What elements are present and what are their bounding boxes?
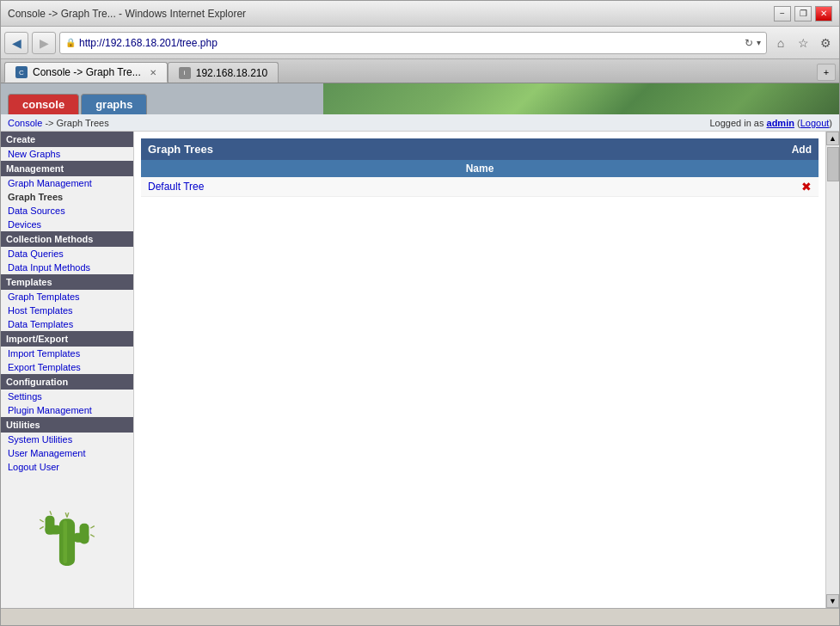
- home-icon[interactable]: ⌂: [770, 34, 791, 52]
- tab-1-label: Console -> Graph Tre...: [33, 66, 141, 78]
- sidebar-item-data-sources[interactable]: Data Sources: [1, 204, 133, 218]
- sidebar-item-plugin-management[interactable]: Plugin Management: [1, 403, 133, 417]
- sidebar-section-configuration: Configuration: [1, 374, 133, 390]
- new-tab-button[interactable]: +: [817, 64, 836, 81]
- restore-button[interactable]: ❐: [794, 6, 812, 21]
- back-arrow-icon: ◀: [12, 36, 21, 50]
- window-controls: − ❐ ✕: [774, 6, 832, 21]
- console-tab[interactable]: console: [8, 94, 79, 114]
- content-area: Graph Trees Add Name: [134, 132, 825, 608]
- sidebar-item-data-templates[interactable]: Data Templates: [1, 317, 133, 331]
- main-layout: Create New Graphs Management Graph Manag…: [1, 132, 839, 608]
- add-button[interactable]: Add: [792, 144, 812, 156]
- nav-actions: ⌂ ☆ ⚙: [770, 34, 836, 52]
- browser-window: Console -> Graph Tre... - Windows Intern…: [0, 0, 840, 626]
- tree-name-cell: Default Tree: [141, 177, 785, 197]
- table-row: Default Tree ✖: [141, 177, 819, 197]
- header-graphic: [323, 83, 839, 114]
- scroll-track: [826, 145, 839, 594]
- svg-line-8: [90, 526, 95, 529]
- title-bar-text: Console -> Graph Tre... - Windows Intern…: [8, 8, 246, 20]
- table-title-row: Graph Trees Add: [141, 138, 819, 160]
- svg-rect-2: [46, 516, 55, 535]
- back-button[interactable]: ◀: [4, 32, 28, 54]
- sidebar-section-management: Management: [1, 161, 133, 176]
- svg-line-5: [40, 519, 44, 522]
- logged-in-text: Logged in as: [709, 118, 763, 128]
- scroll-thumb[interactable]: [827, 147, 839, 181]
- security-icon: 🔒: [65, 38, 76, 47]
- graphs-tab-label: graphs: [95, 98, 132, 111]
- svg-line-11: [67, 512, 69, 517]
- breadcrumb-console-link[interactable]: Console: [8, 118, 42, 128]
- svg-line-7: [50, 511, 52, 515]
- sidebar-item-system-utilities[interactable]: System Utilities: [1, 433, 133, 446]
- right-scrollbar: ▲ ▼: [825, 132, 839, 608]
- sidebar-section-utilities: Utilities: [1, 417, 133, 433]
- delete-icon[interactable]: ✖: [801, 180, 812, 193]
- tab-2-label: 192.168.18.210: [196, 67, 267, 79]
- login-info: Logged in as admin (Logout): [709, 118, 832, 128]
- refresh-icon[interactable]: ↻: [745, 37, 753, 49]
- sidebar-item-settings[interactable]: Settings: [1, 390, 133, 403]
- sidebar-section-create: Create: [1, 132, 133, 147]
- sidebar-item-import-templates[interactable]: Import Templates: [1, 347, 133, 360]
- sidebar-section-templates: Templates: [1, 274, 133, 290]
- logout-link[interactable]: Logout: [800, 118, 830, 128]
- sidebar: Create New Graphs Management Graph Manag…: [1, 132, 134, 608]
- svg-line-6: [40, 526, 44, 529]
- close-button[interactable]: ✕: [815, 6, 832, 21]
- tab-1-close[interactable]: ✕: [150, 68, 156, 77]
- breadcrumb-bar: Console -> Graph Trees Logged in as admi…: [1, 114, 839, 132]
- table-title: Graph Trees: [141, 138, 785, 160]
- tab-1-favicon: C: [15, 66, 28, 78]
- sidebar-item-data-queries[interactable]: Data Queries: [1, 247, 133, 261]
- sidebar-section-collection-methods: Collection Methods: [1, 231, 133, 247]
- sidebar-item-graph-trees[interactable]: Graph Trees: [1, 190, 133, 204]
- tab-2[interactable]: i 192.168.18.210: [168, 62, 279, 83]
- sidebar-item-graph-templates[interactable]: Graph Templates: [1, 290, 133, 304]
- title-bar: Console -> Graph Tre... - Windows Intern…: [1, 1, 839, 27]
- sidebar-item-logout-user[interactable]: Logout User: [1, 460, 133, 474]
- sidebar-section-import-export: Import/Export: [1, 331, 133, 347]
- tab-bar: C Console -> Graph Tre... ✕ i 192.168.18…: [1, 59, 839, 83]
- scroll-down-button[interactable]: ▼: [826, 594, 839, 608]
- page-content: console graphs Console -> Graph Trees Lo…: [1, 83, 839, 608]
- sidebar-item-devices[interactable]: Devices: [1, 218, 133, 231]
- status-bar: [1, 608, 839, 625]
- nav-bar: ◀ ▶ 🔒 ↻ ▾ ⌂ ☆ ⚙: [1, 27, 839, 59]
- header-background: [323, 83, 839, 114]
- breadcrumb: Console -> Graph Trees: [8, 118, 109, 128]
- graphs-tab[interactable]: graphs: [81, 94, 147, 114]
- sidebar-item-user-management[interactable]: User Management: [1, 446, 133, 460]
- default-tree-link[interactable]: Default Tree: [148, 181, 204, 193]
- sidebar-item-host-templates[interactable]: Host Templates: [1, 304, 133, 317]
- page-wrapper: console graphs Console -> Graph Trees Lo…: [1, 83, 839, 608]
- tab-2-favicon: i: [179, 67, 191, 79]
- favorites-icon[interactable]: ☆: [793, 34, 813, 52]
- delete-cell: ✖: [785, 177, 819, 197]
- svg-line-9: [90, 535, 95, 537]
- sidebar-item-data-input-methods[interactable]: Data Input Methods: [1, 261, 133, 274]
- dropdown-icon[interactable]: ▾: [757, 38, 761, 47]
- sidebar-item-graph-management[interactable]: Graph Management: [1, 176, 133, 190]
- cactus-icon: [33, 488, 101, 574]
- forward-button[interactable]: ▶: [32, 32, 56, 54]
- tab-1[interactable]: C Console -> Graph Tre... ✕: [4, 62, 168, 83]
- scroll-up-button[interactable]: ▲: [826, 132, 839, 145]
- svg-rect-12: [63, 520, 67, 563]
- column-header-row: Name: [141, 160, 819, 177]
- sidebar-item-export-templates[interactable]: Export Templates: [1, 360, 133, 374]
- svg-rect-4: [80, 524, 89, 544]
- sidebar-logo: [1, 474, 133, 587]
- address-input[interactable]: [79, 37, 741, 49]
- minimize-button[interactable]: −: [774, 6, 791, 21]
- add-button-cell: Add: [785, 138, 819, 160]
- breadcrumb-separator: ->: [42, 118, 56, 128]
- sidebar-item-new-graphs[interactable]: New Graphs: [1, 147, 133, 161]
- app-tabs: console graphs: [8, 94, 147, 114]
- breadcrumb-current: Graph Trees: [57, 118, 109, 128]
- settings-icon[interactable]: ⚙: [815, 34, 836, 52]
- forward-arrow-icon: ▶: [40, 36, 49, 50]
- admin-link[interactable]: admin: [767, 118, 794, 128]
